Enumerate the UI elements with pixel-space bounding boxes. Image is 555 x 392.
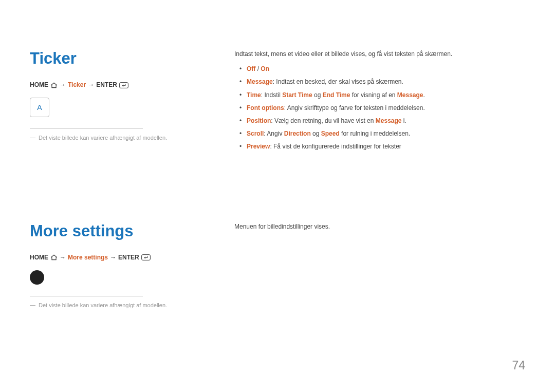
kw-message: Message xyxy=(397,91,423,99)
more-intro: Menuen for billedindstillinger vises. xyxy=(234,222,525,232)
more-right-col: Menuen for billedindstillinger vises. xyxy=(234,222,525,309)
home-icon xyxy=(50,254,58,261)
text: i. xyxy=(402,117,406,124)
kw-off: Off xyxy=(247,65,255,72)
section-ticker: Ticker HOME → Ticker → ENTER xyxy=(30,49,525,155)
list-item-off-on: Off / On xyxy=(234,64,525,74)
text: : Vælg den retning, du vil have vist en xyxy=(271,117,375,124)
ticker-left-col: Ticker HOME → Ticker → ENTER xyxy=(30,49,234,155)
more-breadcrumb: HOME → More settings → ENTER xyxy=(30,254,224,261)
page-root: Ticker HOME → Ticker → ENTER xyxy=(0,0,555,392)
text: : Angiv xyxy=(264,130,284,137)
enter-icon xyxy=(141,254,151,261)
more-note-row: ― Det viste billede kan variere afhængig… xyxy=(30,302,224,309)
ticker-list: Off / On Message: Indtast en besked, der… xyxy=(234,64,525,152)
breadcrumb-ticker: Ticker xyxy=(68,81,86,88)
text: for rulning i meddelelsen. xyxy=(340,130,410,137)
kw-start-time: Start Time xyxy=(282,91,312,99)
list-item-preview: Preview: Få vist de konfigurerede indsti… xyxy=(234,142,525,152)
breadcrumb-arrow: → xyxy=(60,81,66,88)
kw-preview: Preview xyxy=(247,143,270,150)
breadcrumb-enter: ENTER xyxy=(96,81,117,88)
breadcrumb-arrow: → xyxy=(110,254,116,261)
kw-direction: Direction xyxy=(284,130,311,137)
more-left-col: More settings HOME → More settings → ENT… xyxy=(30,222,234,309)
more-note: Det viste billede kan variere afhængigt … xyxy=(39,302,167,309)
divider xyxy=(30,128,143,129)
breadcrumb-arrow: → xyxy=(88,81,94,88)
kw-on: On xyxy=(261,65,269,72)
text: : Angiv skrifttype og farve for teksten … xyxy=(284,104,425,111)
kw-end-time: End Time xyxy=(323,91,350,99)
text: : Indstil xyxy=(261,91,282,99)
kw-time: Time xyxy=(247,91,261,99)
ticker-breadcrumb: HOME → Ticker → ENTER xyxy=(30,81,224,88)
list-item-time: Time: Indstil Start Time og End Time for… xyxy=(234,90,525,100)
note-dash-icon: ― xyxy=(30,134,35,140)
text: . xyxy=(423,91,425,99)
svg-rect-1 xyxy=(141,255,150,260)
enter-icon xyxy=(119,81,128,88)
list-item-position: Position: Vælg den retning, du vil have … xyxy=(234,116,525,126)
breadcrumb-home: HOME xyxy=(30,81,48,88)
kw-scroll: Scroll xyxy=(247,130,264,137)
ticker-note: Det viste billede kan variere afhængigt … xyxy=(39,134,167,142)
kw-speed: Speed xyxy=(321,130,340,137)
divider xyxy=(30,296,143,296)
ticker-right-col: Indtast tekst, mens et video eller et bi… xyxy=(234,49,525,155)
breadcrumb-enter: ENTER xyxy=(118,254,139,261)
svg-rect-0 xyxy=(119,82,128,88)
list-item-scroll: Scroll: Angiv Direction og Speed for rul… xyxy=(234,129,525,139)
kw-message: Message xyxy=(247,78,273,85)
ticker-note-row: ― Det viste billede kan variere afhængig… xyxy=(30,134,224,142)
home-icon xyxy=(50,81,58,88)
list-item-message: Message: Indtast en besked, der skal vis… xyxy=(234,77,525,87)
section-gap xyxy=(30,155,525,222)
note-dash-icon: ― xyxy=(30,302,35,308)
text: : Få vist de konfigurerede indstillinger… xyxy=(270,143,401,150)
more-heading: More settings xyxy=(30,222,224,240)
ticker-intro: Indtast tekst, mens et video eller et bi… xyxy=(234,49,525,59)
more-settings-circle-icon xyxy=(30,270,44,285)
section-more-settings: More settings HOME → More settings → ENT… xyxy=(30,222,525,309)
ticker-tile-letter: A xyxy=(37,103,42,111)
kw-font-options: Font options xyxy=(247,104,284,111)
breadcrumb-arrow: → xyxy=(60,254,66,261)
text: : Indtast en besked, der skal vises på s… xyxy=(273,78,403,85)
list-item-font: Font options: Angiv skrifttype og farve … xyxy=(234,103,525,113)
text: og xyxy=(311,130,321,137)
ticker-tile-icon: A xyxy=(30,98,49,117)
slash: / xyxy=(255,65,261,72)
kw-position: Position xyxy=(247,117,271,124)
text: for visning af en xyxy=(350,91,397,99)
text: og xyxy=(312,91,323,99)
breadcrumb-home: HOME xyxy=(30,254,48,261)
page-number: 74 xyxy=(512,359,525,372)
kw-message: Message xyxy=(376,117,402,124)
ticker-heading: Ticker xyxy=(30,49,224,68)
breadcrumb-more-settings: More settings xyxy=(68,254,108,261)
